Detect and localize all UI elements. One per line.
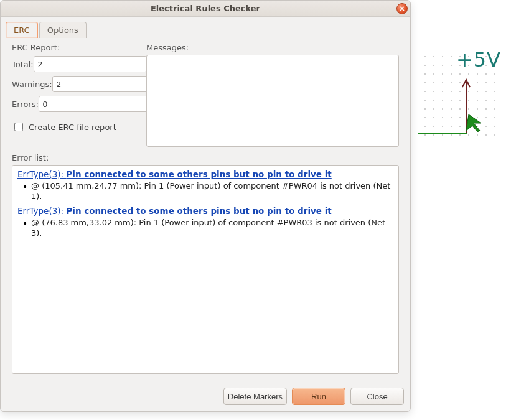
total-label: Total:	[12, 60, 34, 69]
titlebar: Electrical Rules Checker	[1, 1, 410, 17]
delete-markers-button[interactable]: Delete Markers	[223, 388, 287, 405]
error-detail: @ (105.41 mm,24.77 mm): Pin 1 (Power inp…	[31, 181, 393, 202]
error-link[interactable]: ErrType(3): Pin connected to some others…	[17, 169, 332, 179]
erc-report-heading: ERC Report:	[12, 43, 138, 52]
run-button[interactable]: Run	[292, 388, 345, 405]
window-title: Electrical Rules Checker	[151, 4, 260, 13]
create-erc-file-checkbox[interactable]	[14, 123, 23, 131]
errors-label: Errors:	[12, 100, 39, 109]
erc-dialog: Electrical Rules Checker ERC Options ERC…	[0, 0, 411, 412]
errors-field[interactable]	[39, 96, 152, 112]
cursor-arrow-icon	[465, 111, 486, 134]
messages-group: Messages:	[146, 43, 399, 147]
messages-heading: Messages:	[146, 43, 399, 52]
total-field[interactable]	[34, 56, 147, 72]
error-list[interactable]: ErrType(3): Pin connected to some others…	[12, 165, 399, 374]
warnings-label: Warnings:	[12, 80, 52, 89]
close-icon[interactable]	[396, 3, 408, 14]
error-list-heading: Error list:	[12, 153, 399, 162]
dialog-button-row: Delete Markers Run Close	[1, 385, 410, 411]
error-detail: @ (76.83 mm,33.02 mm): Pin 1 (Power inpu…	[31, 218, 393, 239]
error-item: ErrType(3): Pin connected to some others…	[17, 169, 393, 202]
tab-strip: ERC Options	[1, 17, 410, 38]
close-button[interactable]: Close	[350, 388, 404, 405]
error-item: ErrType(3): Pin connected to some others…	[17, 206, 393, 239]
tab-page-erc: ERC Report: Total: Warnings: Errors: Cre…	[6, 38, 405, 380]
tab-options[interactable]: Options	[39, 22, 87, 38]
schematic-canvas: +5V	[418, 50, 502, 137]
tab-erc[interactable]: ERC	[6, 22, 38, 38]
voltage-label: +5V	[456, 48, 501, 72]
wire-icon	[418, 133, 467, 134]
svg-marker-1	[466, 114, 481, 132]
erc-report-group: ERC Report: Total: Warnings: Errors: Cre…	[12, 43, 138, 133]
messages-box[interactable]	[146, 55, 399, 147]
create-erc-file-label: Create ERC file report	[29, 123, 116, 132]
error-link[interactable]: ErrType(3): Pin connected to some others…	[17, 206, 332, 216]
